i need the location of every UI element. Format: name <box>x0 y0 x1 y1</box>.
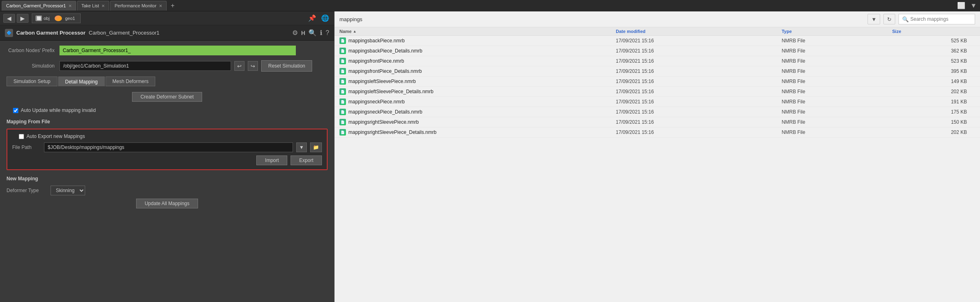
tab-take-list[interactable]: Take List ✕ <box>77 1 109 11</box>
update-all-button[interactable]: Update All Mappings <box>136 199 198 208</box>
auto-update-checkbox[interactable] <box>13 108 18 113</box>
file-date: 17/09/2021 15:16 <box>616 79 782 84</box>
file-name-cell: 📄 mappingsbackPiece.nmrb <box>339 37 616 44</box>
file-path-input[interactable] <box>44 142 293 152</box>
back-button[interactable]: ◀ <box>3 14 15 23</box>
file-folder-button[interactable]: 📁 <box>310 142 322 152</box>
import-button[interactable]: Import <box>256 155 287 165</box>
file-name-cell: 📄 mappingsleftSleevePiece.nmrb <box>339 78 616 85</box>
simulation-label: Simulation <box>7 63 59 69</box>
file-icon: 📄 <box>339 78 346 85</box>
col-type-header[interactable]: Type <box>782 29 892 34</box>
file-date: 17/09/2021 15:16 <box>616 48 782 54</box>
col-date-header[interactable]: Date modified <box>616 29 782 34</box>
file-name: mappingsleftSleevePiece.nmrb <box>348 79 416 84</box>
window-menu-button[interactable]: ▼ <box>969 1 978 10</box>
file-browser-header: mappings ▼ ↻ 🔍 <box>335 11 980 27</box>
file-browse-button[interactable]: ▼ <box>296 142 307 152</box>
path-breadcrumb[interactable]: ⬜ obj geo1 <box>32 13 81 23</box>
toolbar: ◀ ▶ ⬜ obj geo1 📌 🌐 <box>0 11 334 25</box>
file-date: 17/09/2021 15:16 <box>616 89 782 94</box>
file-type: NMRB File <box>782 68 892 74</box>
reset-simulation-button[interactable]: Reset Simulation <box>261 60 312 72</box>
header-icons: ⚙ H 🔍 ℹ ? <box>292 29 329 37</box>
header-bar: 🔷 Carbon Garment Processor Carbon_Garmen… <box>0 25 334 41</box>
file-date: 17/09/2021 15:16 <box>616 129 782 135</box>
left-panel: ◀ ▶ ⬜ obj geo1 📌 🌐 🔷 Carbon Garment Proc… <box>0 11 334 302</box>
tab-take-list-close[interactable]: ✕ <box>101 4 105 8</box>
file-icon: 📄 <box>339 58 346 64</box>
refresh-button[interactable]: ↻ <box>883 14 895 24</box>
file-date: 17/09/2021 15:16 <box>616 109 782 115</box>
tab-mesh-deformers[interactable]: Mesh Deformers <box>106 77 156 86</box>
export-button[interactable]: Export <box>291 155 322 165</box>
file-size: 525 KB <box>892 38 975 44</box>
file-icon: 📄 <box>339 37 346 44</box>
info-icon[interactable]: ℹ <box>320 29 322 37</box>
tab-carbon-close[interactable]: ✕ <box>68 4 72 8</box>
toolbar-nav: ◀ ▶ <box>3 14 29 23</box>
help-icon[interactable]: ? <box>326 29 329 37</box>
table-row[interactable]: 📄 mappingsfrontPiece.nmrb 17/09/2021 15:… <box>335 56 980 66</box>
prefix-input[interactable] <box>59 46 296 55</box>
tab-carbon[interactable]: Carbon_Garment_Processor1 ✕ <box>2 1 76 11</box>
deformer-type-select[interactable]: Skinning <box>51 186 85 195</box>
mappings-path-label: mappings <box>339 16 362 22</box>
create-deformer-button[interactable]: Create Deformer Subnet <box>132 92 203 102</box>
tab-simulation-setup[interactable]: Simulation Setup <box>7 77 57 86</box>
tab-performance-monitor[interactable]: Performance Monitor ✕ <box>110 1 167 11</box>
sim-forward-icon[interactable]: ↪ <box>248 61 258 71</box>
add-tab-button[interactable]: + <box>167 2 178 9</box>
file-name-cell: 📄 mappingsleftSleevePiece_Details.nmrb <box>339 88 616 95</box>
table-row[interactable]: 📄 mappingsleftSleevePiece.nmrb 17/09/202… <box>335 77 980 87</box>
tabs-bar: Simulation Setup Detail Mapping Mesh Def… <box>7 77 328 86</box>
file-name-cell: 📄 mappingsfrontPiece.nmrb <box>339 58 616 64</box>
h-icon[interactable]: H <box>301 30 305 36</box>
deformer-type-label: Deformer Type <box>7 188 47 193</box>
file-name-cell: 📄 mappingsneckPiece.nmrb <box>339 98 616 105</box>
auto-update-row: Auto Update while mapping invalid <box>7 107 328 113</box>
col-size-header[interactable]: Size <box>892 29 975 34</box>
minimize-button[interactable]: ⬜ <box>956 1 967 10</box>
file-rows-container: 📄 mappingsbackPiece.nmrb 17/09/2021 15:1… <box>335 36 980 138</box>
search-icon: 🔍 <box>902 16 909 22</box>
simulation-input[interactable] <box>59 61 231 71</box>
col-name-header[interactable]: Name ▲ <box>339 29 616 34</box>
gear-icon[interactable]: ⚙ <box>292 29 298 37</box>
table-row[interactable]: 📄 mappingsbackPiece_Details.nmrb 17/09/2… <box>335 46 980 56</box>
dropdown-button[interactable]: ▼ <box>868 14 880 24</box>
search-icon[interactable]: 🔍 <box>308 29 317 37</box>
table-row[interactable]: 📄 mappingsrightSleevePiece_Details.nmrb … <box>335 127 980 138</box>
file-name: mappingsrightSleevePiece.nmrb <box>348 119 419 125</box>
content-area: Carbon Nodes' Prefix Simulation ↩ ↪ Rese… <box>0 41 334 302</box>
file-size: 149 KB <box>892 79 975 84</box>
file-type: NMRB File <box>782 89 892 94</box>
table-row[interactable]: 📄 mappingsfrontPiece_Details.nmrb 17/09/… <box>335 66 980 77</box>
table-row[interactable]: 📄 mappingsleftSleevePiece_Details.nmrb 1… <box>335 87 980 97</box>
table-row[interactable]: 📄 mappingsbackPiece.nmrb 17/09/2021 15:1… <box>335 36 980 46</box>
tab-performance-monitor-close[interactable]: ✕ <box>159 4 162 8</box>
tab-detail-mapping[interactable]: Detail Mapping <box>58 77 105 86</box>
auto-export-checkbox[interactable] <box>19 134 24 139</box>
new-mapping-title: New Mapping <box>7 176 328 182</box>
file-size: 175 KB <box>892 109 975 115</box>
new-mapping-section: New Mapping Deformer Type Skinning Updat… <box>7 176 328 208</box>
search-input[interactable] <box>910 16 971 22</box>
file-icon: 📄 <box>339 48 346 54</box>
file-date: 17/09/2021 15:16 <box>616 38 782 44</box>
sim-row: ↩ ↪ Reset Simulation <box>59 60 312 72</box>
mapping-from-file-title: Mapping From File <box>7 119 328 125</box>
pin-button[interactable]: 📌 <box>306 13 318 23</box>
table-row[interactable]: 📄 mappingsneckPiece_Details.nmrb 17/09/2… <box>335 107 980 117</box>
file-name-cell: 📄 mappingsneckPiece_Details.nmrb <box>339 109 616 115</box>
file-date: 17/09/2021 15:16 <box>616 68 782 74</box>
file-icon: 📄 <box>339 98 346 105</box>
sim-back-icon[interactable]: ↩ <box>234 61 244 71</box>
tab-carbon-label: Carbon_Garment_Processor1 <box>6 3 66 8</box>
file-table-header: Name ▲ Date modified Type Size <box>335 27 980 36</box>
table-row[interactable]: 📄 mappingsneckPiece.nmrb 17/09/2021 15:1… <box>335 97 980 107</box>
right-panel: mappings ▼ ↻ 🔍 Name ▲ Date modified Type <box>334 11 980 302</box>
table-row[interactable]: 📄 mappingsrightSleevePiece.nmrb 17/09/20… <box>335 117 980 127</box>
forward-button[interactable]: ▶ <box>17 14 29 23</box>
network-button[interactable]: 🌐 <box>319 13 331 23</box>
